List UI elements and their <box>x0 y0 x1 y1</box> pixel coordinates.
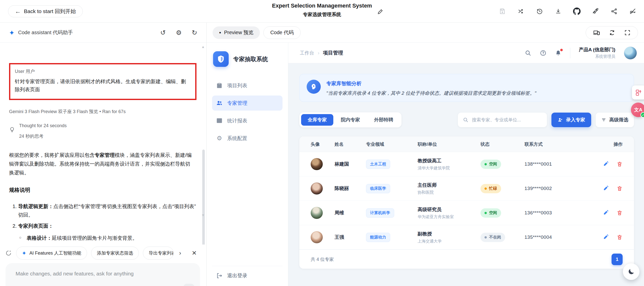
chip-status-filter[interactable]: 添加专家状态筛选 <box>91 247 139 260</box>
dark-mode-toggle[interactable] <box>623 263 639 280</box>
tab-code[interactable]: Code 代码 <box>263 26 300 39</box>
suggestions-sparkle-icon[interactable] <box>6 250 12 256</box>
scroll-up-arrow[interactable]: ▲ <box>201 45 205 49</box>
prompt-input[interactable] <box>6 263 200 277</box>
user-message-text: 针对专家管理页面，请依旧依据刚才的样式风格。生成专家的新建、编辑、删除列表页面 <box>15 77 191 94</box>
tab-preview[interactable]: • Preview 预览 <box>213 26 260 39</box>
back-to-start-button[interactable]: ← Back to start 回到开始 <box>8 5 83 17</box>
breadcrumb-root[interactable]: 工作台 <box>300 50 314 56</box>
pagination-page-1[interactable]: 1 <box>612 254 623 265</box>
delete-icon[interactable] <box>617 185 623 192</box>
chat-history-icon[interactable]: ↺ <box>160 29 166 36</box>
filter-tabs: 全库专家 院内专家 外部特聘 <box>299 112 401 127</box>
status-badge: 不在岗 <box>480 233 505 242</box>
expert-avatar <box>311 158 323 170</box>
chip-label: 添加专家状态筛选 <box>97 250 133 256</box>
chips-overflow-chevron[interactable]: › <box>179 250 181 257</box>
devices-icon[interactable] <box>593 29 600 36</box>
deploy-rocket-icon[interactable] <box>592 8 599 15</box>
expert-name: 周维 <box>335 210 366 216</box>
magic-edit-icon[interactable] <box>131 284 142 286</box>
expert-org: 协和医院 <box>418 190 480 195</box>
expert-avatar <box>311 207 323 219</box>
ai-analysis-banner: 专家库智能分析 "当前专家库共收录 4 位专家，其中 2 位处于待命状态。建议根… <box>299 74 634 102</box>
search-icon[interactable] <box>525 50 531 56</box>
sidebar-item-projects[interactable]: 项目列表 <box>212 78 283 93</box>
edit-icon[interactable] <box>603 185 609 192</box>
key-off-icon[interactable] <box>629 8 636 15</box>
col-field: 专业领域 <box>366 141 418 147</box>
expert-org: 上海交通大学 <box>418 239 480 244</box>
table-header-row: 头像 姓名 专业领域 职称/单位 状态 联系方式 操作 <box>299 136 634 152</box>
project-title-en: Expert Selection Management System <box>272 3 372 9</box>
help-icon[interactable] <box>540 50 546 56</box>
app-top-bar: ← Back to start 回到开始 Expert Selection Ma… <box>0 0 644 23</box>
status-label: 不在岗 <box>489 235 501 240</box>
history-icon[interactable] <box>536 8 543 15</box>
scroll-down-arrow[interactable]: ▼ <box>201 213 205 217</box>
edit-icon[interactable] <box>603 161 609 167</box>
lightbulb-icon <box>9 127 15 133</box>
notifications-bell-icon[interactable] <box>555 50 561 56</box>
edit-icon[interactable] <box>603 234 609 240</box>
download-icon[interactable] <box>554 8 562 15</box>
delete-icon[interactable] <box>617 210 623 216</box>
sidebar-item-label: 系统配置 <box>227 135 247 142</box>
chip-export-list[interactable]: 导出专家列表 <box>143 247 174 260</box>
filter-tab-internal[interactable]: 院内专家 <box>334 114 367 126</box>
logout-button[interactable]: 退出登录 <box>212 266 283 286</box>
filter-tab-external[interactable]: 外部特聘 <box>368 114 400 126</box>
sidebar-item-settings[interactable]: ⚙ 系统配置 <box>212 131 283 146</box>
sidebar-item-reports[interactable]: 统计报表 <box>212 113 283 128</box>
element-picker-tool[interactable] <box>632 85 644 100</box>
filter-tab-all[interactable]: 全库专家 <box>301 114 333 126</box>
translate-badge[interactable]: 文A ✓ <box>631 103 644 117</box>
expert-name: 陈晓丽 <box>335 185 366 192</box>
prompt-box: ↑ <box>6 263 200 286</box>
user-info[interactable]: 产品A (信息部门) 系统管理员 <box>579 46 615 59</box>
col-title-org: 职称/单位 <box>418 141 480 147</box>
experts-toolbar: 全库专家 院内专家 外部特聘 录入专家 <box>299 112 634 127</box>
expert-title: 高级研究员 <box>418 206 480 213</box>
chat-settings-icon[interactable]: ⚙ <box>176 29 182 36</box>
breadcrumb: 工作台 › 项目管理 <box>300 50 343 56</box>
expert-count: 共 4 位专家 <box>311 256 334 262</box>
send-button[interactable]: ↑ <box>183 284 194 286</box>
chip-ai-features[interactable]: AI Features 人工智能功能 <box>16 247 87 260</box>
expert-phone: 136****0003 <box>525 210 597 216</box>
search-icon <box>463 117 468 123</box>
status-badge: 空闲 <box>480 208 501 218</box>
expert-search-input[interactable] <box>472 117 542 123</box>
preview-toolbar <box>586 26 638 39</box>
share-icon[interactable] <box>610 8 618 15</box>
sidebar-item-experts[interactable]: 专家管理 <box>212 96 283 111</box>
edit-icon[interactable] <box>603 210 609 216</box>
spec-item-bold: 专家列表页面： <box>18 223 53 229</box>
expert-org: 华为诺亚方舟实验室 <box>418 214 480 220</box>
add-expert-button[interactable]: 录入专家 <box>551 113 591 127</box>
delete-icon[interactable] <box>617 161 623 167</box>
resp-text: 根据您的要求，我将扩展该应用以包含 <box>9 152 95 158</box>
chat-refresh-icon[interactable]: ↻ <box>192 29 197 36</box>
avatar[interactable] <box>624 46 637 60</box>
fork-icon[interactable] <box>517 8 525 15</box>
fullscreen-icon[interactable] <box>624 29 631 36</box>
gemini-spark-icon <box>9 30 15 35</box>
thought-summary[interactable]: Thought for 24 seconds 24 秒的思考 <box>9 123 197 139</box>
chips-close-icon[interactable]: ✕ <box>192 250 197 257</box>
reload-preview-icon[interactable] <box>609 29 616 36</box>
live-dot: • <box>219 30 221 35</box>
save-icon[interactable] <box>499 8 506 15</box>
mic-icon[interactable] <box>148 284 159 286</box>
experts-table: 头像 姓名 专业领域 职称/单位 状态 联系方式 操作 林建国 土木工程 <box>299 136 634 269</box>
app-nav: 项目列表 专家管理 统计报表 ⚙ 系统配置 <box>212 78 283 146</box>
edit-title-icon[interactable] <box>377 9 383 15</box>
advanced-filter-button[interactable]: 高级筛选 <box>596 113 634 127</box>
expert-phone: 138****0001 <box>525 161 597 167</box>
chat-transcript[interactable]: User 用户 针对专家管理页面，请依旧依据刚才的样式风格。生成专家的新建、编辑… <box>0 43 206 267</box>
field-tag: 临床医学 <box>366 184 390 193</box>
github-icon[interactable] <box>573 8 581 15</box>
add-attachment-icon[interactable] <box>166 284 177 286</box>
delete-icon[interactable] <box>617 234 623 240</box>
ai-banner-title: 专家库智能分析 <box>326 80 536 87</box>
